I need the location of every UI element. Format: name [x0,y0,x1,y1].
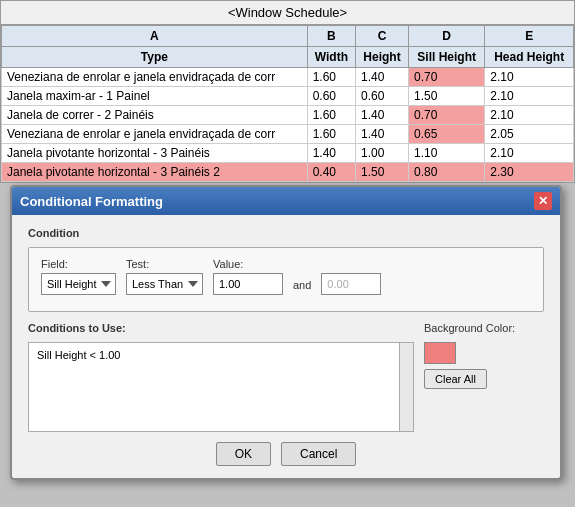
bg-color-row [424,342,456,364]
field-group: Field: Sill Height [41,258,116,295]
condition-section-label: Condition [28,227,544,239]
cell-head-height: 2.30 [485,163,574,182]
table-row: Janela pivotante horizontal - 3 Painéis [2,144,308,163]
col-c-header: C [356,26,409,47]
dialog-title: Conditional Formatting [20,194,163,209]
bg-color-label: Background Color: [424,322,515,334]
and-group [321,258,381,295]
dialog-buttons: OK Cancel [28,442,544,466]
clear-all-button[interactable]: Clear All [424,369,487,389]
cell-head-height: 2.10 [485,87,574,106]
cell-width: 0.40 [307,163,355,182]
cell-width: 0.60 [307,87,355,106]
dialog-content: Condition Field: Sill Height Test: Less … [12,215,560,478]
dialog-titlebar: Conditional Formatting ✕ [12,187,560,215]
and-input[interactable] [321,273,381,295]
col-e-header: E [485,26,574,47]
cell-sill-height: 1.10 [409,144,485,163]
spreadsheet-table: A B C D E Type Width Height Sill Height … [1,25,574,182]
cell-height: 1.40 [356,125,409,144]
condition-group: Field: Sill Height Test: Less Than Value… [28,247,544,312]
bg-color-section: Background Color: Clear All [424,322,544,389]
and-label: and [293,279,311,291]
cell-width: 1.60 [307,125,355,144]
header-type: Type [2,47,308,68]
col-d-header: D [409,26,485,47]
value-group: Value: [213,258,283,295]
table-row: Veneziana de enrolar e janela envidraçad… [2,125,308,144]
cell-height: 0.60 [356,87,409,106]
ok-button[interactable]: OK [216,442,271,466]
test-select[interactable]: Less Than [126,273,203,295]
cell-width: 1.60 [307,68,355,87]
cell-sill-height: 0.70 [409,106,485,125]
color-preview[interactable] [424,342,456,364]
table-row: Janela de correr - 2 Painéis [2,106,308,125]
conditions-to-use-label: Conditions to Use: [28,322,414,334]
spreadsheet-container: <Window Schedule> A B C D E Type Width H… [0,0,575,183]
condition-list-item: Sill Height < 1.00 [33,347,395,363]
conditions-section: Conditions to Use: Sill Height < 1.00 [28,322,414,432]
header-sill-height: Sill Height [409,47,485,68]
cell-sill-height: 0.80 [409,163,485,182]
cell-head-height: 2.10 [485,106,574,125]
cell-head-height: 2.10 [485,68,574,87]
value-label: Value: [213,258,283,270]
field-select[interactable]: Sill Height [41,273,116,295]
col-a-header: A [2,26,308,47]
conditions-to-use-section: Conditions to Use: Sill Height < 1.00 Ba… [28,322,544,432]
condition-fields-row: Field: Sill Height Test: Less Than Value… [41,258,531,295]
test-label: Test: [126,258,203,270]
conditional-formatting-dialog: Conditional Formatting ✕ Condition Field… [10,185,562,480]
cell-height: 1.40 [356,68,409,87]
value-input[interactable] [213,273,283,295]
table-row: Janela pivotante horizontal - 3 Painéis … [2,163,308,182]
cell-width: 1.60 [307,106,355,125]
header-head-height: Head Height [485,47,574,68]
header-height: Height [356,47,409,68]
test-group: Test: Less Than [126,258,203,295]
conditions-list: Sill Height < 1.00 [28,342,414,432]
table-row: Veneziana de enrolar e janela envidraçad… [2,68,308,87]
dialog-close-button[interactable]: ✕ [534,192,552,210]
cell-height: 1.00 [356,144,409,163]
spreadsheet-title: <Window Schedule> [1,1,574,25]
cell-sill-height: 1.50 [409,87,485,106]
header-width: Width [307,47,355,68]
cell-sill-height: 0.70 [409,68,485,87]
cell-height: 1.50 [356,163,409,182]
table-row: Janela maxim-ar - 1 Painel [2,87,308,106]
col-b-header: B [307,26,355,47]
cell-head-height: 2.05 [485,125,574,144]
cell-height: 1.40 [356,106,409,125]
and-spacer [321,258,381,270]
cancel-button[interactable]: Cancel [281,442,356,466]
field-label: Field: [41,258,116,270]
cell-width: 1.40 [307,144,355,163]
conditions-scrollbar[interactable] [399,343,413,431]
cell-sill-height: 0.65 [409,125,485,144]
cell-head-height: 2.10 [485,144,574,163]
